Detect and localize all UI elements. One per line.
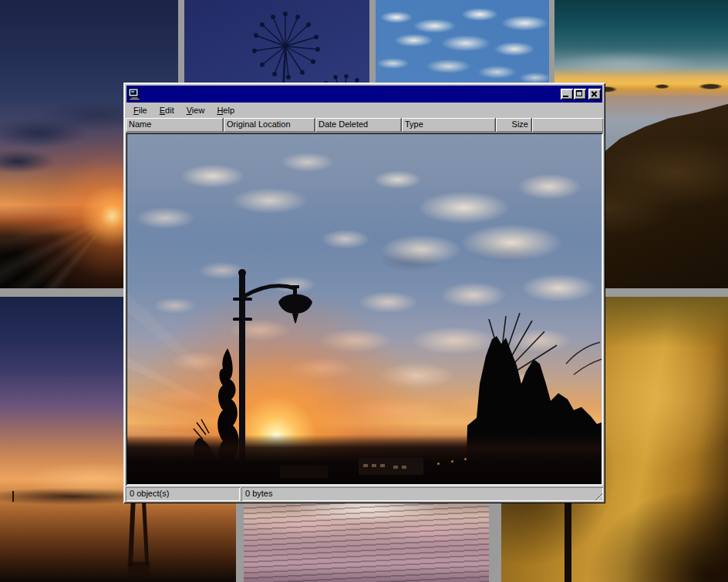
- lake-pole: [142, 497, 150, 565]
- menu-edit[interactable]: Edit: [155, 104, 179, 117]
- column-header-original-location[interactable]: Original Location: [224, 118, 315, 132]
- column-header-name[interactable]: Name: [126, 118, 224, 132]
- recycle-bin-window: File Edit View Help Name Original Locati…: [123, 82, 605, 503]
- town-light: [437, 463, 440, 465]
- status-bytes: 0 bytes: [241, 487, 603, 501]
- column-header-row: Name Original Location Date Deleted Type…: [126, 118, 603, 133]
- menu-file[interactable]: File: [129, 104, 152, 117]
- building-silhouette: [280, 466, 328, 478]
- column-header-blank[interactable]: [532, 118, 603, 132]
- building-silhouette: [359, 458, 423, 475]
- menu-help[interactable]: Help: [212, 104, 239, 117]
- status-bar: 0 object(s) 0 bytes: [126, 487, 603, 501]
- close-button[interactable]: [588, 89, 601, 99]
- menu-view[interactable]: View: [182, 104, 210, 117]
- golden-photo-pole: [565, 499, 571, 582]
- maximize-icon: [576, 90, 582, 96]
- column-header-date-deleted[interactable]: Date Deleted: [315, 118, 402, 132]
- maximize-button[interactable]: [574, 89, 586, 99]
- column-header-type[interactable]: Type: [402, 118, 496, 132]
- menu-bar: File Edit View Help: [126, 103, 603, 118]
- title-bar[interactable]: [126, 86, 602, 103]
- lake-pole: [128, 496, 136, 567]
- lake-stick: [12, 491, 14, 502]
- minimize-button[interactable]: [561, 89, 573, 99]
- town-light: [464, 458, 467, 460]
- pole-reflection: [128, 562, 150, 582]
- content-photo-sunset: [127, 134, 602, 484]
- town-light: [451, 460, 453, 463]
- file-list-area[interactable]: [126, 133, 603, 486]
- minimize-icon: [563, 96, 568, 97]
- desktop: File Edit View Help Name Original Locati…: [0, 0, 728, 582]
- column-header-size[interactable]: Size: [496, 118, 532, 132]
- computer-icon: [128, 89, 140, 100]
- status-objects: 0 object(s): [126, 487, 240, 501]
